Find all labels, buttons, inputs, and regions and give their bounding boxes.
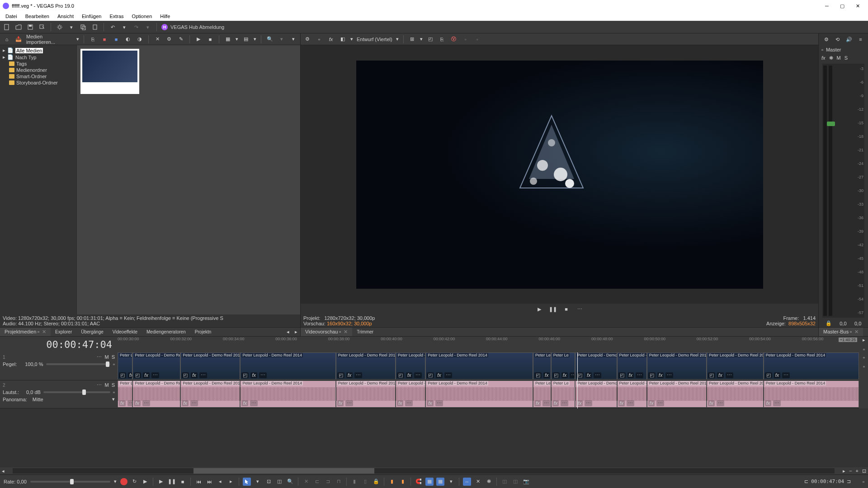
delete-icon[interactable]: ✕ xyxy=(153,35,161,43)
render-icon[interactable] xyxy=(38,23,46,31)
track-header-1[interactable]: 1⋯MS Pegel:100,0 %▫ xyxy=(0,352,118,380)
open-icon[interactable] xyxy=(14,23,23,31)
preview-more-icon[interactable]: ⋯ xyxy=(576,305,584,313)
paste-icon[interactable] xyxy=(91,23,99,31)
selection-tool-icon[interactable]: ⊡ xyxy=(264,478,273,486)
timeline-scrollbar[interactable]: ◂ ▸ − + ⊡ xyxy=(0,467,868,474)
track2-solo[interactable]: S xyxy=(112,382,115,388)
tab-videoeffekte[interactable]: Videoeffekte xyxy=(108,328,142,336)
autofx-icon[interactable]: ❋ xyxy=(485,478,493,486)
video-clip[interactable]: Peter Leopold - Demo Reel 2014◰fx⋯ xyxy=(336,352,396,380)
master-mute-button[interactable]: M xyxy=(837,55,841,61)
vegas-hub[interactable]: H VEGAS Hub Abmeldung xyxy=(161,24,224,30)
timeline-ruler[interactable]: 00:00:30:0000:00:32:0000:00:34:0000:00:3… xyxy=(118,337,859,353)
snap-icon[interactable]: 🧲 xyxy=(415,478,423,486)
maximize-button[interactable]: ▢ xyxy=(835,0,850,11)
preview-stop-icon[interactable]: ■ xyxy=(562,305,571,313)
menu-hilfe[interactable]: Hilfe xyxy=(156,13,174,20)
preview-ext-icon[interactable]: ▫ xyxy=(315,35,323,43)
preview-v-icon[interactable]: Ⓥ xyxy=(450,35,458,43)
video-clip[interactable]: Peter Leopold - Demo Reel 2014◰fx⋯ xyxy=(575,352,617,380)
stop-preview-icon[interactable]: ■ xyxy=(206,35,214,43)
envelope-tool-icon[interactable]: ◫ xyxy=(275,478,283,486)
snap-markers-icon[interactable]: ▦ xyxy=(436,478,444,486)
tab-projektmedien[interactable]: Projektmedien ▫✕ xyxy=(0,328,51,336)
prev-frame-icon[interactable]: ◂ xyxy=(216,478,224,486)
video-clip[interactable]: Peter Le◰fx⋯ xyxy=(533,352,551,380)
filter-icon[interactable]: ▾ xyxy=(289,35,297,43)
menu-optionen[interactable]: Optionen xyxy=(128,13,156,20)
tab-prev-icon[interactable]: ◂ xyxy=(284,328,292,336)
preview-split-icon[interactable]: ◧ xyxy=(339,35,347,43)
video-clip[interactable]: Peter Leopold - Demo Reel 2014◰fx⋯ xyxy=(396,352,425,380)
loop-icon[interactable]: ↻ xyxy=(130,478,138,486)
region-icon[interactable]: ▯ xyxy=(361,478,369,486)
playhead[interactable] xyxy=(577,352,578,408)
preview-quality[interactable]: Entwurf (Viertel) xyxy=(357,37,392,42)
media-thumbnail[interactable] xyxy=(80,49,139,94)
tab-next-icon[interactable]: ▸ xyxy=(292,328,300,336)
audio-clip[interactable]: Peter Leopold - Demo Reel 2014fx⋯ xyxy=(647,380,707,408)
track2-mute[interactable]: M xyxy=(104,382,108,388)
close-tab-icon[interactable]: ✕ xyxy=(344,329,348,334)
tab-uebergaenge[interactable]: Übergänge xyxy=(76,328,108,336)
track1-fade-icon[interactable]: ▫ xyxy=(113,361,115,367)
snap-region-icon[interactable]: ▮ xyxy=(399,478,407,486)
track1-mute[interactable]: M xyxy=(104,354,108,360)
audio-clip[interactable]: Peter Leopold - Demo Reel 2014fx⋯ xyxy=(396,380,425,408)
snap-grid-icon[interactable]: ▦ xyxy=(425,478,434,486)
track-header-2[interactable]: 2⋯MS Lautst.:0,0 dB▫ Panorama:Mitte▾ xyxy=(0,380,118,408)
tab-trimmer[interactable]: Trimmer xyxy=(352,328,378,336)
audio-clip[interactable]: Peter Leopold - Demo Reel 2014fx⋯ xyxy=(180,380,240,408)
import-dropdown-icon[interactable]: ▾ xyxy=(76,36,79,42)
menu-einfuegen[interactable]: Einfügen xyxy=(78,13,105,20)
track1-solo[interactable]: S xyxy=(112,354,115,360)
preview-viewport[interactable] xyxy=(301,45,818,304)
master-auto-icon[interactable]: ❋ xyxy=(829,55,833,61)
video-clip[interactable]: Peter Leopold - Demo Reel 2014◰fx⋯ xyxy=(425,352,533,380)
video-clip[interactable]: Peter Le◰fx⋯ xyxy=(551,352,575,380)
master-expand-icon[interactable]: ▫ xyxy=(821,47,823,52)
video-clip[interactable]: Peter Leopold - Demo Reel 2014◰fx⋯ xyxy=(647,352,707,380)
timecode-out-icon[interactable]: ⊐ xyxy=(847,479,851,484)
audio-clip[interactable]: Peter Leopold - Demo Reel 2014fx⋯ xyxy=(617,380,647,408)
track1-level-slider[interactable] xyxy=(46,363,111,365)
trim-end-icon[interactable]: ⊏ xyxy=(313,478,321,486)
bottom-timecode[interactable]: 00:00:47:04 xyxy=(811,479,844,484)
video-clip[interactable]: Peter Leopold - Demo Reel 2014◰fx⋯ xyxy=(240,352,335,380)
get-media-icon[interactable]: ■ xyxy=(100,35,108,43)
next-frame-icon[interactable]: ▸ xyxy=(227,478,235,486)
tab-explorer[interactable]: Explorer xyxy=(51,328,76,336)
mixer-dim-icon[interactable]: ⟲ xyxy=(834,35,842,43)
tree-nach-typ[interactable]: ▸📄Nach Typ xyxy=(1,54,75,61)
go-start-icon[interactable]: ⏮ xyxy=(194,478,203,486)
track2-vol-slider[interactable] xyxy=(43,391,110,393)
tree-alle-medien[interactable]: ▸📄Alle Medien xyxy=(1,47,75,54)
sort-icon[interactable]: ▾ xyxy=(278,35,286,43)
preview-props-icon[interactable]: ⚙ xyxy=(303,35,311,43)
view-icon[interactable]: ▦ xyxy=(224,35,232,43)
camera-icon[interactable]: 📷 xyxy=(522,478,530,486)
stop-icon[interactable]: ■ xyxy=(179,478,187,486)
menu-extras[interactable]: Extras xyxy=(106,13,127,20)
autocrossfade-icon[interactable]: ✕ xyxy=(474,478,482,486)
play-start-icon[interactable]: ▶ xyxy=(141,478,149,486)
track-opts-icon[interactable]: ▫ xyxy=(860,362,868,371)
split2-icon[interactable]: ⊓ xyxy=(335,478,343,486)
go-end-icon[interactable]: ⏭ xyxy=(205,478,213,486)
zoom-fit-icon[interactable]: ⊡ xyxy=(860,468,868,474)
video-clip[interactable]: Peter Le◰fx⋯ xyxy=(118,352,132,380)
rate-control[interactable]: Rate: 0,00 ▾ xyxy=(4,479,117,484)
zoom-out-icon[interactable]: − xyxy=(847,468,854,474)
tab-mediengeneratoren[interactable]: Mediengeneratoren xyxy=(142,328,190,336)
ignore-grouping-icon[interactable]: ◫ xyxy=(500,478,509,486)
snap-events-dropdown[interactable]: ▾ xyxy=(447,478,455,486)
tab-videovorschau[interactable]: Videovorschau ▫✕ xyxy=(301,328,352,336)
media-props-icon[interactable]: ◑ xyxy=(136,35,144,43)
pause-icon[interactable]: ❚❚ xyxy=(168,478,176,486)
new-project-icon[interactable] xyxy=(3,23,11,31)
mixer-settings-icon[interactable]: ≡ xyxy=(856,35,864,43)
video-clip[interactable]: Peter Leopold - Demo Reel 2014◰fx⋯ xyxy=(764,352,859,380)
zoom-tool-icon[interactable]: 🔍 xyxy=(286,478,294,486)
cut-icon[interactable]: ▾ xyxy=(67,23,75,31)
